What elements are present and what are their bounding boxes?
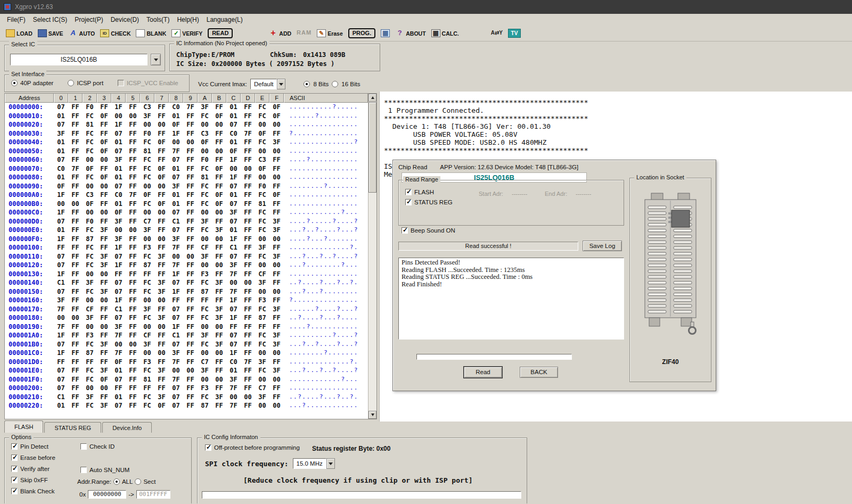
hex-byte[interactable]: 7F [54,305,68,314]
hex-byte[interactable]: FF [212,252,226,261]
hex-byte[interactable]: 0F [97,147,111,156]
hex-byte[interactable]: 1F [111,243,126,252]
hex-byte[interactable]: FF [154,129,169,138]
hex-byte[interactable]: FF [212,103,226,112]
hex-byte[interactable]: 07 [169,173,183,182]
hex-byte[interactable]: 1F [226,155,241,164]
hex-scrollbar[interactable] [368,94,376,419]
hex-byte[interactable]: FF [154,155,169,164]
hex-byte[interactable]: 7F [169,243,183,252]
hex-byte[interactable]: FF [68,278,83,287]
hex-byte[interactable]: 00 [212,120,226,129]
hex-byte[interactable]: 3F [111,217,126,226]
hex-row[interactable]: 00000000:07FFF0FF1FFFC3FFC07F3FFF01FFFC0… [5,103,376,112]
hex-byte[interactable]: 00 [154,208,169,217]
hex-byte[interactable]: FF [154,243,169,252]
hex-byte[interactable]: 3F [97,226,111,235]
hex-byte[interactable]: 7F [241,129,255,138]
hex-byte[interactable]: 00 [169,366,183,375]
hex-byte[interactable]: 0F [154,200,169,209]
hex-byte[interactable]: FF [212,287,226,296]
hex-byte[interactable]: FF [126,261,140,270]
hex-byte[interactable]: FC [83,261,97,270]
hex-byte[interactable]: 0F [97,375,111,384]
hex-byte[interactable]: C7 [140,217,154,226]
hex-byte[interactable]: FF [140,270,154,279]
hex-byte[interactable]: FF [126,375,140,384]
hex-byte[interactable]: 0F [255,129,269,138]
hex-byte[interactable]: 07 [111,287,126,296]
hex-byte[interactable]: 0F [212,200,226,209]
hex-byte[interactable]: 00 [140,235,154,244]
hex-byte[interactable]: FF [68,401,83,410]
hex-byte[interactable]: 0F [212,191,226,200]
hex-byte[interactable]: FF [183,384,198,393]
hex-byte[interactable]: 0F [97,112,111,121]
hex-byte[interactable]: FF [269,296,284,305]
hex-byte[interactable]: 00 [255,147,269,156]
hex-byte[interactable]: 0F [83,164,97,173]
hex-byte[interactable]: 1F [226,313,241,323]
hex-byte[interactable]: FF [126,129,140,138]
hex-byte[interactable]: FF [126,384,140,393]
hex-byte[interactable]: FF [183,270,198,279]
menu-help[interactable]: Help(H) [173,14,202,25]
hex-byte[interactable]: FF [68,340,83,349]
hex-byte[interactable]: 01 [54,112,68,121]
hex-byte[interactable]: FF [126,138,140,147]
hex-byte[interactable]: FF [183,349,198,358]
hex-byte[interactable]: 3F [269,217,284,226]
hex-byte[interactable]: FC [255,208,269,217]
hex-byte[interactable]: FF [126,401,140,410]
hex-byte[interactable]: 00 [269,147,284,156]
hex-byte[interactable]: 07 [54,217,68,226]
hex-byte[interactable]: FF [68,217,83,226]
hex-byte[interactable]: FF [154,226,169,235]
hex-byte[interactable]: 3F [198,103,212,112]
hex-byte[interactable]: FF [68,173,83,182]
hex-byte[interactable]: 1F [54,208,68,217]
hex-byte[interactable]: 01 [169,112,183,121]
flash-checkbox-row[interactable]: FLASH [405,189,434,195]
hex-byte[interactable]: FF [241,103,255,112]
hex-byte[interactable]: FF [183,243,198,252]
hex-byte[interactable]: 07 [169,401,183,410]
hex-byte[interactable]: 00 [140,120,154,129]
hex-byte[interactable]: 01 [169,191,183,200]
hex-byte[interactable]: 00 [83,182,97,191]
hex-byte[interactable]: FC [198,278,212,287]
hex-byte[interactable]: 07 [169,393,183,402]
hex-byte[interactable]: FF [183,393,198,402]
hex-byte[interactable]: 3F [198,252,212,261]
hex-byte[interactable]: C1 [111,305,126,314]
hex-byte[interactable]: 3F [169,349,183,358]
hex-byte[interactable]: FC [140,252,154,261]
hex-byte[interactable]: 00 [154,182,169,191]
hex-byte[interactable]: 0F [269,112,284,121]
hex-byte[interactable]: C3 [140,103,154,112]
hex-byte[interactable]: 7F [169,375,183,384]
hex-byte[interactable]: 3F [255,358,269,367]
hex-byte[interactable]: FC [140,313,154,323]
menu-device[interactable]: Device(D) [107,14,143,25]
hex-byte[interactable]: 7F [111,349,126,358]
hex-byte[interactable]: FF [68,235,83,244]
hex-byte[interactable]: 00 [111,112,126,121]
hex-byte[interactable]: 07 [226,217,241,226]
hex-byte[interactable]: FF [154,103,169,112]
hex-byte[interactable]: 0F [154,138,169,147]
hex-byte[interactable]: FF [68,296,83,305]
hex-byte[interactable]: 87 [255,313,269,323]
hex-byte[interactable]: FC [198,182,212,191]
hex-row[interactable]: 000001B0:07FFFC3F00003FFF07FFFC3F07FFFC3… [5,340,376,349]
hex-byte[interactable]: 7F [169,261,183,270]
hex-byte[interactable]: 3F [97,401,111,410]
hex-byte[interactable]: 3F [269,366,284,375]
hex-byte[interactable]: FF [212,173,226,182]
hex-byte[interactable]: FF [68,112,83,121]
hex-row[interactable]: 00000110:07FFFC3F07FFFC3F00003FFF07FFFC3… [5,252,376,261]
hex-row[interactable]: 000000D0:07FFF0FF3FFFC7FFC1FF3FFF07FFFC3… [5,217,376,226]
hex-byte[interactable]: 07 [226,340,241,349]
hex-byte[interactable]: 1F [226,235,241,244]
hex-byte[interactable]: 3F [255,243,269,252]
